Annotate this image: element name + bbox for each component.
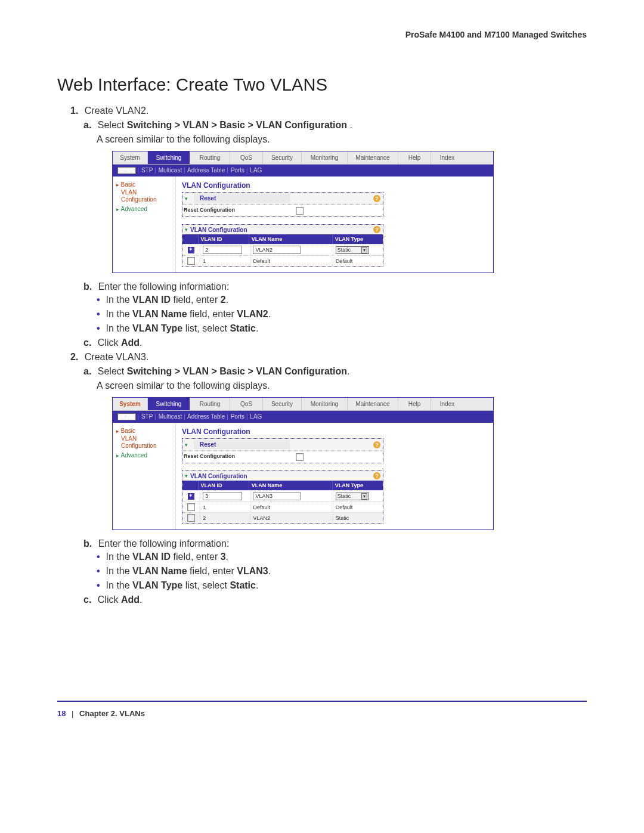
main-tabs: System Switching Routing QoS Security Mo…	[113, 151, 493, 165]
sidebar-basic[interactable]: Basic	[116, 428, 173, 434]
sub-tabs: VLAN| STP| Multicast| Address Table| Por…	[113, 165, 493, 176]
subtab-multicast[interactable]: Multicast	[159, 413, 182, 420]
step-2c: c. Click Add.	[83, 594, 587, 605]
tab-system[interactable]: System	[113, 151, 148, 164]
vlan-config-table: ▾ VLAN Configuration ? VLAN ID VLAN Name	[182, 224, 383, 267]
section-title: VLAN Configuration	[182, 428, 487, 436]
footer-separator: |	[72, 709, 73, 718]
row-checkbox[interactable]	[187, 514, 195, 522]
vlan-config-title: VLAN Configuration	[190, 227, 373, 233]
tab-qos[interactable]: QoS	[230, 398, 263, 410]
page-number: 18	[57, 709, 66, 718]
collapse-icon[interactable]: ▾	[185, 227, 188, 233]
reset-config-checkbox[interactable]	[296, 207, 304, 215]
step-2a-lbl: a.	[83, 366, 91, 376]
vlan-type-select[interactable]: Static▾	[336, 493, 370, 500]
step-2-num: 2.	[70, 352, 78, 362]
step-1a-desc: A screen similar to the following displa…	[97, 134, 587, 145]
subtab-ports[interactable]: Ports	[231, 413, 244, 420]
select-all-icon[interactable]	[188, 493, 194, 500]
collapse-icon[interactable]: ▾	[185, 196, 188, 202]
col-vlan-name: VLAN Name	[249, 234, 333, 244]
tab-maintenance[interactable]: Maintenance	[348, 398, 398, 410]
section-title: VLAN Configuration	[182, 181, 487, 190]
page-footer: 18 | Chapter 2. VLANs	[57, 701, 587, 718]
chapter-label: Chapter 2. VLANs	[79, 709, 145, 718]
step-1a-suf: .	[350, 120, 352, 130]
cell-id: 1	[200, 503, 250, 512]
sidebar: Basic VLANConfiguration Advanced	[113, 423, 176, 529]
tab-security[interactable]: Security	[263, 398, 302, 410]
reset-config-checkbox[interactable]	[296, 453, 304, 461]
step-1-num: 1.	[70, 106, 78, 116]
tab-switching[interactable]: Switching	[148, 151, 190, 164]
sidebar-advanced[interactable]: Advanced	[116, 206, 173, 212]
subtab-stp[interactable]: STP	[141, 413, 153, 420]
cell-type: Default	[333, 503, 383, 512]
vlan-config-table: ▾ VLAN Configuration ? VLAN ID VLAN Name	[182, 470, 383, 524]
collapse-icon[interactable]: ▾	[185, 473, 188, 479]
tab-qos[interactable]: QoS	[230, 151, 263, 164]
col-vlan-name: VLAN Name	[249, 481, 333, 490]
reset-config-label: Reset Configuration	[184, 207, 296, 215]
tab-routing[interactable]: Routing	[190, 398, 230, 410]
vlan-name-input[interactable]: VLAN2	[253, 246, 301, 254]
sidebar-basic[interactable]: Basic	[116, 181, 173, 188]
col-vlan-type: VLAN Type	[333, 481, 383, 490]
tab-index[interactable]: Index	[431, 151, 463, 164]
screenshot-vlan2: System Switching Routing QoS Security Mo…	[112, 151, 494, 273]
subtab-lag[interactable]: LAG	[250, 167, 262, 174]
tab-monitoring[interactable]: Monitoring	[302, 151, 348, 164]
vlan-id-input[interactable]: 3	[203, 492, 242, 500]
subtab-address-table[interactable]: Address Table	[187, 413, 225, 420]
sub-tabs: VLAN| STP| Multicast| Address Table| Por…	[113, 411, 493, 423]
step-2b-lbl: b.	[83, 538, 92, 549]
reset-button[interactable]: Reset	[194, 440, 290, 449]
step-1a-pre: Select	[98, 120, 127, 130]
select-all-icon[interactable]	[188, 247, 194, 253]
vlan-id-input[interactable]: 2	[203, 246, 242, 254]
tab-switching[interactable]: Switching	[148, 398, 190, 410]
step-1c-lbl: c.	[83, 337, 91, 348]
vlan-name-input[interactable]: VLAN3	[253, 492, 301, 500]
tab-help[interactable]: Help	[398, 151, 431, 164]
tab-system[interactable]: System	[113, 398, 148, 410]
help-icon[interactable]: ?	[373, 195, 380, 202]
bullet: In the VLAN ID field, enter 2.	[97, 295, 587, 305]
collapse-icon[interactable]: ▾	[185, 442, 188, 448]
step-1a-path: Switching > VLAN > Basic > VLAN Configur…	[127, 120, 347, 130]
row-checkbox[interactable]	[187, 503, 195, 511]
step-1a-lbl: a.	[83, 120, 91, 130]
cell-name: Default	[250, 503, 333, 512]
sidebar-vlan-configuration[interactable]: VLANConfiguration	[121, 435, 173, 450]
reset-button[interactable]: Reset	[194, 194, 290, 203]
subtab-address-table[interactable]: Address Table	[187, 167, 225, 174]
subtab-multicast[interactable]: Multicast	[159, 167, 182, 174]
cell-name: Default	[250, 257, 333, 265]
row-checkbox[interactable]	[187, 257, 195, 265]
screenshot-vlan3: System Switching Routing QoS Security Mo…	[112, 397, 494, 530]
main-tabs: System Switching Routing QoS Security Mo…	[113, 398, 493, 411]
subtab-vlan[interactable]: VLAN	[117, 167, 136, 174]
tab-monitoring[interactable]: Monitoring	[302, 398, 348, 410]
vlan-type-select[interactable]: Static▾	[336, 246, 370, 254]
sidebar-vlan-configuration[interactable]: VLANConfiguration	[121, 189, 173, 203]
subtab-vlan[interactable]: VLAN	[117, 413, 136, 420]
tab-security[interactable]: Security	[263, 151, 302, 164]
help-icon[interactable]: ?	[373, 226, 380, 233]
tab-routing[interactable]: Routing	[190, 151, 230, 164]
cell-id: 2	[200, 514, 250, 522]
col-vlan-type: VLAN Type	[333, 234, 383, 244]
step-1: 1. Create VLAN2. a. Select Switching > V…	[70, 106, 587, 348]
sidebar-advanced[interactable]: Advanced	[116, 452, 173, 459]
tab-index[interactable]: Index	[431, 398, 463, 410]
tab-maintenance[interactable]: Maintenance	[348, 151, 398, 164]
tab-help[interactable]: Help	[398, 398, 431, 410]
subtab-ports[interactable]: Ports	[231, 167, 244, 174]
step-1b-lbl: b.	[83, 281, 92, 292]
help-icon[interactable]: ?	[373, 441, 380, 448]
subtab-lag[interactable]: LAG	[250, 413, 262, 420]
help-icon[interactable]: ?	[373, 472, 380, 479]
step-2b-text: Enter the following information:	[98, 538, 230, 549]
subtab-stp[interactable]: STP	[141, 167, 153, 174]
